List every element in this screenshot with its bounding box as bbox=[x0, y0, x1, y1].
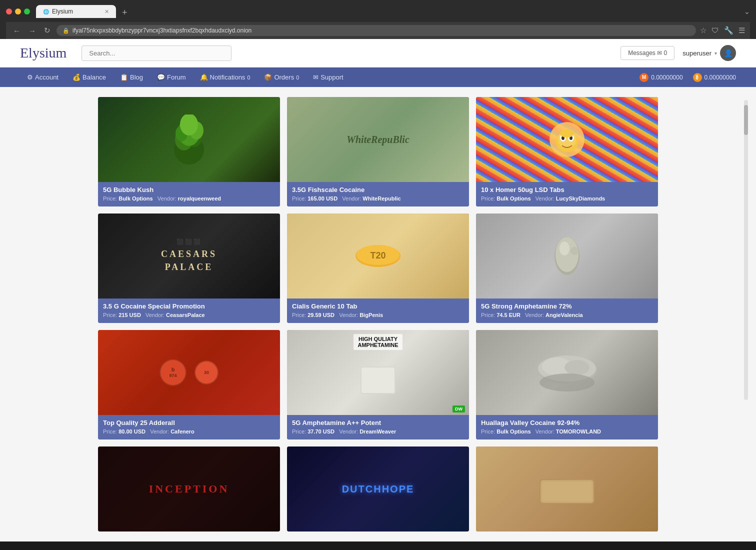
product-card-huallaga-cocaine[interactable]: Huallaga Valley Cocaine 92-94% Price: Bu… bbox=[476, 330, 658, 440]
product-card-inception[interactable]: INCEPTION bbox=[98, 446, 280, 532]
scrollbar-track[interactable] bbox=[744, 100, 748, 400]
new-tab-button[interactable]: + bbox=[118, 8, 132, 18]
product-card-hash[interactable] bbox=[476, 446, 658, 532]
active-tab[interactable]: 🌐 Elysium ✕ bbox=[36, 5, 116, 18]
product-info: 3.5G Fishscale Cocaine Price: 165.00 USD… bbox=[287, 182, 469, 206]
svg-point-27 bbox=[540, 374, 594, 392]
product-info: 5G Amphetamine A++ Potent Price: 37.70 U… bbox=[287, 415, 469, 440]
security-icon: 🔒 bbox=[62, 28, 70, 34]
messages-button[interactable]: Messages ✉ 0 bbox=[620, 46, 674, 60]
product-image: WhiteRepuBlic bbox=[287, 97, 469, 182]
product-title: Top Quality 25 Adderall bbox=[103, 419, 275, 426]
account-icon: ⚙ bbox=[27, 74, 33, 81]
product-card-fishscale-cocaine[interactable]: WhiteRepuBlic 3.5G Fishscale Cocaine Pri… bbox=[287, 97, 469, 206]
back-button[interactable]: ← bbox=[11, 26, 22, 36]
product-meta: Price: 29.59 USD Vendor: BigPenis bbox=[292, 312, 464, 318]
extensions-icon[interactable]: 🔧 bbox=[724, 26, 734, 35]
product-info: 3.5 G Cocaine Special Promotion Price: 2… bbox=[98, 298, 280, 323]
bookmark-icon[interactable]: ☆ bbox=[700, 26, 706, 35]
orders-icon: 📦 bbox=[264, 74, 272, 81]
svg-point-26 bbox=[564, 360, 590, 375]
monero-icon: M bbox=[640, 73, 648, 82]
product-card-amphetamine-72[interactable]: 5G Strong Amphetamine 72% Price: 74.5 EU… bbox=[476, 214, 658, 323]
product-info: 10 x Homer 50ug LSD Tabs Price: Bulk Opt… bbox=[476, 182, 658, 206]
product-card-bubble-kush[interactable]: 5G Bubble Kush Price: Bulk Options Vendo… bbox=[98, 97, 280, 206]
forward-button[interactable]: → bbox=[26, 26, 38, 36]
forum-icon: 💬 bbox=[157, 74, 165, 81]
product-meta: Price: Bulk Options Vendor: TOMOROWLAND bbox=[481, 428, 653, 434]
product-title: 5G Amphetamine A++ Potent bbox=[292, 419, 464, 426]
shield-icon[interactable]: 🛡 bbox=[712, 26, 719, 35]
traffic-lights bbox=[6, 8, 30, 14]
nav-forum[interactable]: 💬 Forum bbox=[150, 68, 193, 87]
product-image bbox=[476, 446, 658, 532]
search-container bbox=[82, 46, 232, 61]
svg-point-20 bbox=[570, 247, 578, 255]
product-card-cocaine-caesars[interactable]: ⬛⬛⬛ CAESARSPALACE 3.5 G Cocaine Special … bbox=[98, 214, 280, 323]
user-avatar: 👤 bbox=[720, 45, 736, 61]
minimize-button[interactable] bbox=[15, 8, 21, 14]
browser-titlebar: 🌐 Elysium ✕ + ⌄ bbox=[6, 5, 750, 18]
product-meta: Price: 37.70 USD Vendor: DreamWeaver bbox=[292, 428, 464, 434]
blog-icon: 📋 bbox=[120, 74, 128, 81]
tab-title: Elysium bbox=[52, 8, 73, 15]
username: superuser bbox=[682, 50, 712, 57]
product-grid: 5G Bubble Kush Price: Bulk Options Vendo… bbox=[98, 97, 658, 532]
address-bar[interactable]: 🔒 ifyal75nkxpxsbbdybnzyppr7vncxj3hxtiaps… bbox=[56, 25, 696, 36]
nav-support[interactable]: ✉ Support bbox=[306, 68, 350, 87]
product-image: T20 bbox=[287, 214, 469, 298]
product-title: Cialis Generic 10 Tab bbox=[292, 302, 464, 310]
product-info: Cialis Generic 10 Tab Price: 29.59 USD V… bbox=[287, 298, 469, 323]
product-image: INCEPTION bbox=[98, 446, 280, 532]
tab-close-icon[interactable]: ✕ bbox=[104, 8, 109, 15]
header-right: Messages ✉ 0 superuser ▾ 👤 bbox=[620, 45, 736, 61]
monero-value: 0.00000000 bbox=[651, 74, 682, 81]
svg-rect-22 bbox=[362, 368, 394, 393]
product-image bbox=[476, 214, 658, 298]
product-image bbox=[476, 97, 658, 182]
product-card-adderall[interactable]: b974 30 Top Quality 25 Adderall Price: 8… bbox=[98, 330, 280, 440]
tab-bar: 🌐 Elysium ✕ + bbox=[36, 5, 744, 18]
scrollbar-thumb[interactable] bbox=[744, 105, 748, 135]
tab-favicon: 🌐 bbox=[43, 9, 49, 14]
menu-icon[interactable]: ☰ bbox=[738, 26, 745, 35]
close-button[interactable] bbox=[6, 8, 12, 14]
product-title: 3.5 G Cocaine Special Promotion bbox=[103, 302, 275, 310]
product-card-homer-lsd[interactable]: 10 x Homer 50ug LSD Tabs Price: Bulk Opt… bbox=[476, 97, 658, 206]
product-meta: Price: 215 USD Vendor: CeasarsPalace bbox=[103, 312, 275, 318]
avatar-icon: 👤 bbox=[724, 49, 732, 57]
nav-orders[interactable]: 📦 Orders 0 bbox=[257, 68, 306, 87]
nav-balance[interactable]: 💰 Balance bbox=[66, 68, 113, 87]
nav-blog[interactable]: 📋 Blog bbox=[113, 68, 150, 87]
nav-notifications[interactable]: 🔔 Notifications 0 bbox=[193, 68, 258, 87]
bitcoin-value: 0.00000000 bbox=[704, 74, 736, 81]
nav-account[interactable]: ⚙ Account bbox=[20, 68, 66, 87]
product-meta: Price: Bulk Options Vendor: royalqueenwe… bbox=[103, 196, 275, 202]
product-image bbox=[98, 97, 280, 182]
product-card-cialis[interactable]: T20 Cialis Generic 10 Tab Price: 29.59 U… bbox=[287, 214, 469, 323]
balance-icon: 💰 bbox=[72, 74, 80, 81]
product-card-dutchhope[interactable]: DUTCHHOPE bbox=[287, 446, 469, 532]
nav-crypto: M 0.00000000 ₿ 0.00000000 bbox=[640, 73, 736, 82]
product-info: 5G Bubble Kush Price: Bulk Options Vendo… bbox=[98, 182, 280, 206]
user-menu[interactable]: superuser ▾ 👤 bbox=[682, 45, 736, 61]
svg-text:T20: T20 bbox=[370, 250, 386, 260]
product-title: 10 x Homer 50ug LSD Tabs bbox=[481, 186, 653, 194]
site-nav: ⚙ Account 💰 Balance 📋 Blog 💬 Forum 🔔 Not… bbox=[0, 68, 756, 87]
product-meta: Price: 165.00 USD Vendor: WhiteRepublic bbox=[292, 196, 464, 202]
product-title: 5G Bubble Kush bbox=[103, 186, 275, 194]
reload-button[interactable]: ↻ bbox=[42, 25, 52, 36]
maximize-button[interactable] bbox=[24, 8, 30, 14]
url-text: ifyal75nkxpxsbbdybnzyppr7vncxj3hxtiapsfn… bbox=[72, 27, 690, 34]
product-info: Huallaga Valley Cocaine 92-94% Price: Bu… bbox=[476, 415, 658, 440]
product-meta: Price: 74.5 EUR Vendor: AngieValencia bbox=[481, 312, 653, 318]
product-card-amp-potent[interactable]: HIGH QULIATYAMPHETAMINE DW 5G Amphetamin… bbox=[287, 330, 469, 440]
product-info: 5G Strong Amphetamine 72% Price: 74.5 EU… bbox=[476, 298, 658, 323]
product-title: 3.5G Fishscale Cocaine bbox=[292, 186, 464, 194]
site-main: 5G Bubble Kush Price: Bulk Options Vendo… bbox=[78, 87, 678, 542]
svg-rect-30 bbox=[542, 482, 592, 502]
search-input[interactable] bbox=[82, 46, 232, 61]
product-image: DUTCHHOPE bbox=[287, 446, 469, 532]
product-image: ⬛⬛⬛ CAESARSPALACE bbox=[98, 214, 280, 298]
svg-point-13 bbox=[560, 130, 574, 138]
